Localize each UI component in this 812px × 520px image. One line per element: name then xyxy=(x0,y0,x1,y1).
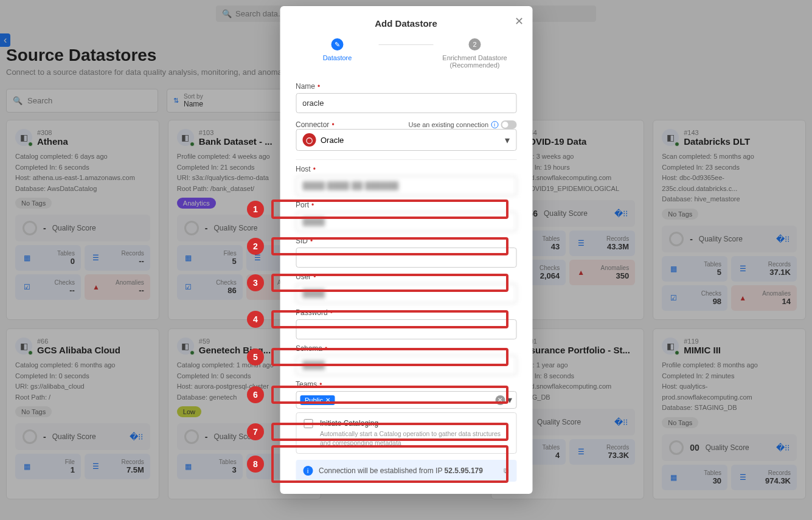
annotation-box-4 xyxy=(271,310,508,328)
host-input[interactable] xyxy=(296,176,516,196)
annotation-box-3 xyxy=(271,274,508,292)
annotation-number-4: 4 xyxy=(247,311,264,328)
annotation-number-2: 2 xyxy=(247,238,264,255)
step-2-icon: 2 xyxy=(469,38,481,50)
chevron-down-icon: ▾ xyxy=(505,134,510,146)
annotation-box-8 xyxy=(271,445,508,483)
annotation-number-6: 6 xyxy=(247,386,264,403)
step-1-label: Datastore xyxy=(323,54,352,61)
existing-connection-label: Use an existing connection xyxy=(409,121,488,128)
annotation-number-7: 7 xyxy=(247,423,264,440)
close-icon[interactable]: ✕ xyxy=(515,15,524,28)
annotation-number-3: 3 xyxy=(247,274,264,291)
step-2-label: Enrichment Datastore(Recommended) xyxy=(442,54,507,69)
annotation-box-7 xyxy=(271,423,508,441)
info-icon[interactable]: i xyxy=(491,121,498,128)
existing-connection-toggle[interactable] xyxy=(501,120,516,129)
annotation-box-6 xyxy=(271,386,508,404)
modal-title: Add Datastore xyxy=(296,18,516,29)
annotation-box-1 xyxy=(271,199,508,219)
annotation-number-8: 8 xyxy=(247,456,264,473)
annotation-box-5 xyxy=(271,348,508,366)
step-1-icon: ✎ xyxy=(331,38,344,50)
annotation-number-1: 1 xyxy=(247,201,264,218)
connector-select[interactable]: ◯ Oracle ▾ xyxy=(296,129,516,151)
annotation-number-5: 5 xyxy=(247,348,264,366)
oracle-icon: ◯ xyxy=(302,133,316,147)
annotation-box-2 xyxy=(271,237,508,255)
name-input[interactable] xyxy=(296,93,516,113)
